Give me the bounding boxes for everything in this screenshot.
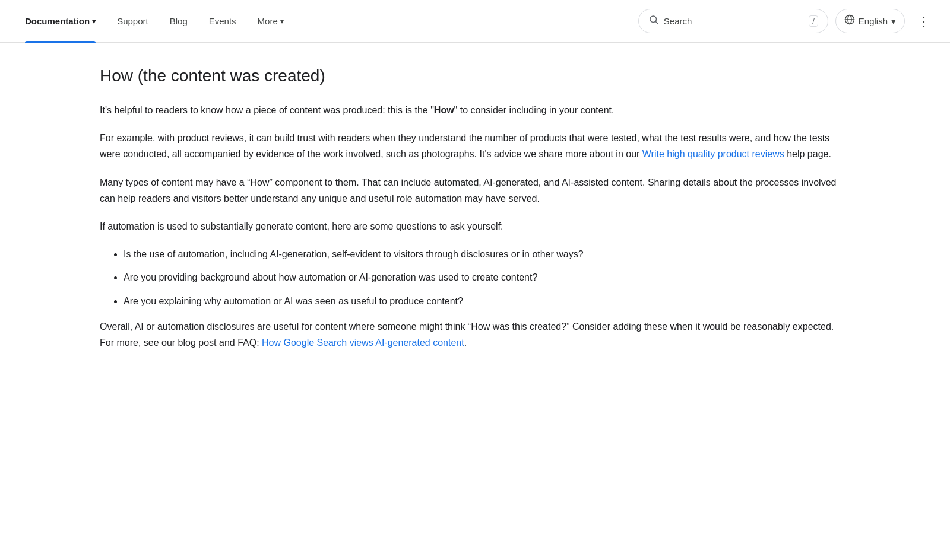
paragraph-4: If automation is used to substantially g…: [100, 218, 850, 234]
para1-bold: How: [434, 105, 454, 115]
write-high-quality-link[interactable]: Write high quality product reviews: [642, 149, 784, 159]
globe-icon: [844, 14, 855, 28]
nav-item-blog[interactable]: Blog: [159, 0, 198, 43]
paragraph-2: For example, with product reviews, it ca…: [100, 130, 850, 162]
nav-more-label: More: [258, 16, 278, 26]
para1-text-after: " to consider including in your content.: [454, 105, 615, 115]
nav-item-support[interactable]: Support: [106, 0, 159, 43]
paragraph-1: It's helpful to readers to know how a pi…: [100, 102, 850, 118]
page-title: How (the content was created): [100, 66, 850, 85]
chevron-down-icon: ▾: [92, 17, 96, 26]
ai-generated-content-link[interactable]: How Google Search views AI-generated con…: [262, 338, 464, 348]
search-shortcut-badge: /: [809, 15, 818, 27]
nav-blog-label: Blog: [170, 16, 188, 26]
final-para-after: .: [464, 338, 467, 348]
more-vert-icon: ⋮: [918, 14, 930, 28]
nav-item-documentation[interactable]: Documentation ▾: [14, 0, 106, 43]
nav-item-events[interactable]: Events: [198, 0, 247, 43]
language-label: English: [859, 16, 888, 26]
para1-text-before: It's helpful to readers to know how a pi…: [100, 105, 434, 115]
language-selector[interactable]: English ▾: [835, 9, 905, 33]
chevron-down-icon-more: ▾: [280, 17, 284, 26]
nav-documentation-label: Documentation: [25, 16, 90, 26]
nav-support-label: Support: [117, 16, 148, 26]
paragraph-3: Many types of content may have a “How” c…: [100, 174, 850, 206]
nav-right: Search / English ▾ ⋮: [638, 9, 936, 33]
bullet-item-1: Is the use of automation, including AI-g…: [124, 246, 850, 262]
search-icon: [648, 14, 659, 28]
search-placeholder-text: Search: [664, 16, 804, 26]
nav-left: Documentation ▾ Support Blog Events More…: [14, 0, 294, 43]
search-box[interactable]: Search /: [638, 9, 828, 33]
final-paragraph: Overall, AI or automation disclosures ar…: [100, 319, 850, 351]
more-vert-button[interactable]: ⋮: [912, 9, 936, 33]
bullet-item-2: Are you providing background about how a…: [124, 269, 850, 285]
chevron-down-icon-lang: ▾: [891, 16, 896, 27]
bullet-list: Is the use of automation, including AI-g…: [124, 246, 850, 309]
main-nav: Documentation ▾ Support Blog Events More…: [0, 0, 950, 43]
main-content: How (the content was created) It's helpf…: [71, 43, 879, 398]
para2-text-after: help page.: [784, 149, 831, 159]
nav-events-label: Events: [209, 16, 236, 26]
nav-item-more[interactable]: More ▾: [247, 0, 294, 43]
svg-line-1: [656, 21, 658, 24]
bullet-item-3: Are you explaining why automation or AI …: [124, 293, 850, 309]
